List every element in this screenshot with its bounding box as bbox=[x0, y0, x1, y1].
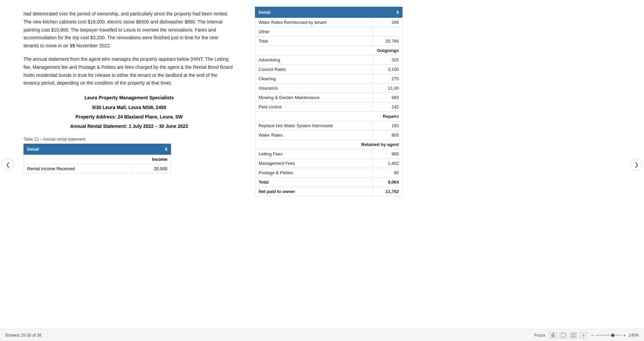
focus-label: Focus bbox=[534, 333, 545, 338]
row-detail: Total bbox=[255, 37, 373, 46]
row-detail: Insurance bbox=[255, 84, 373, 93]
view-single-icon[interactable] bbox=[559, 332, 567, 338]
zoom-slider-thumb bbox=[611, 334, 614, 337]
row-detail: Other bbox=[255, 27, 373, 37]
table-row: Other bbox=[255, 27, 402, 37]
view-icons bbox=[549, 332, 587, 338]
left-panel: had deteriorated over the period of owne… bbox=[0, 0, 255, 329]
section-label: Retained by agent bbox=[255, 140, 402, 149]
property-location: Property Address: 24 Blaxland Place, Leu… bbox=[23, 113, 235, 120]
row-value: 90 bbox=[373, 168, 402, 178]
right-col-header-amount: $ bbox=[373, 7, 402, 18]
row-value: 3,100 bbox=[373, 65, 402, 74]
col-header-amount: $ bbox=[131, 144, 171, 154]
table-row: Repairs bbox=[255, 112, 402, 121]
table-row: Mowing & Garden Maintenance660 bbox=[255, 93, 402, 102]
row-detail: Replace Hot Water System thermostat bbox=[255, 121, 373, 131]
zoom-decrease-icon[interactable]: − bbox=[591, 333, 594, 338]
zoom-increase-icon[interactable]: + bbox=[623, 333, 626, 338]
table-row: Cleaning275 bbox=[255, 74, 402, 84]
table-row: Insurance11,00 bbox=[255, 84, 402, 93]
status-bar-left: Screens 25-26 of 38 bbox=[5, 333, 41, 338]
row-detail: Postage & Petties bbox=[255, 168, 373, 178]
text-content: had deteriorated over the period of owne… bbox=[23, 10, 235, 87]
row-value: 165 bbox=[373, 121, 402, 131]
next-page-button[interactable]: ❯ bbox=[630, 158, 642, 170]
table-row: Total9,064 bbox=[255, 178, 402, 187]
status-bar-right: Focus bbox=[534, 332, 639, 338]
row-detail: Advertising bbox=[255, 55, 373, 65]
svg-point-6 bbox=[583, 335, 584, 336]
zoom-slider-container[interactable]: − + 140% bbox=[591, 333, 639, 338]
row-detail: Net paid to owner bbox=[255, 187, 373, 196]
table-row: Management Fees1,402 bbox=[255, 159, 402, 168]
table-row: Advertising325 bbox=[255, 55, 402, 65]
screens-info: Screens 25-26 of 38 bbox=[5, 333, 41, 338]
table-row: Water Rates Reimbursed by tenant266 bbox=[255, 18, 402, 27]
property-info: Leura Property Management Specialists 5/… bbox=[23, 94, 235, 130]
property-name: Leura Property Management Specialists bbox=[23, 94, 235, 101]
status-bar: Screens 25-26 of 38 Focus bbox=[0, 329, 644, 341]
zoom-slider[interactable] bbox=[595, 335, 622, 336]
row-detail: Total bbox=[255, 178, 373, 187]
table-row: Letting Fees900 bbox=[255, 149, 402, 159]
main-content: ❮ had deteriorated over the period of ow… bbox=[0, 0, 644, 329]
view-double-icon[interactable] bbox=[570, 332, 577, 338]
row-value: 9,064 bbox=[373, 178, 402, 187]
row-value: 805 bbox=[373, 131, 402, 140]
row-detail: Water Rates bbox=[255, 131, 373, 140]
table-row: Outgoings bbox=[255, 46, 402, 55]
right-col-header-detail: Detail bbox=[255, 7, 373, 18]
row-detail: Council Rates bbox=[255, 65, 373, 74]
table-caption: Table 12 – Annual rental statement bbox=[23, 137, 235, 142]
table-row: Postage & Petties90 bbox=[255, 168, 402, 178]
row-value: 20,766 bbox=[373, 37, 402, 46]
row-value: 900 bbox=[373, 149, 402, 159]
row-detail: Management Fees bbox=[255, 159, 373, 168]
paragraph-1: had deteriorated over the period of owne… bbox=[23, 10, 235, 50]
right-rental-table: Detail $ Water Rates Reimbursed by tenan… bbox=[255, 7, 402, 196]
section-label: Outgoings bbox=[255, 46, 402, 55]
left-rental-table: Detail $ IncomeRental Income Received20,… bbox=[23, 144, 171, 174]
row-value: 325 bbox=[373, 55, 402, 65]
section-label: Repairs bbox=[255, 112, 402, 121]
table-row: Replace Hot Water System thermostat165 bbox=[255, 121, 402, 131]
row-value: 266 bbox=[373, 18, 402, 27]
section-label: Income bbox=[24, 154, 171, 164]
row-value: 11,702 bbox=[373, 187, 402, 196]
chevron-left-icon: ❮ bbox=[6, 161, 10, 168]
chevron-right-icon: ❯ bbox=[634, 161, 639, 168]
table-row: Water Rates805 bbox=[255, 131, 402, 140]
print-icon[interactable] bbox=[549, 332, 557, 338]
property-address: 5/30 Leura Mall, Leura NSW, 2450 bbox=[23, 104, 235, 111]
row-detail: Mowing & Garden Maintenance bbox=[255, 93, 373, 102]
svg-rect-3 bbox=[561, 334, 565, 337]
row-value: 242 bbox=[373, 102, 402, 112]
right-panel: Detail $ Water Rates Reimbursed by tenan… bbox=[255, 0, 406, 329]
row-value: 275 bbox=[373, 74, 402, 84]
table-row: Council Rates3,100 bbox=[255, 65, 402, 74]
statement-period: Annual Rental Statement: 1 July 2022 – 3… bbox=[23, 123, 235, 130]
settings-icon[interactable] bbox=[580, 332, 587, 338]
table-header-row: Detail $ bbox=[24, 144, 171, 154]
table-row: Pest control242 bbox=[255, 102, 402, 112]
prev-page-button[interactable]: ❮ bbox=[2, 158, 14, 170]
col-header-detail: Detail bbox=[24, 144, 131, 154]
row-value: 20,500 bbox=[131, 164, 171, 173]
svg-rect-1 bbox=[552, 333, 554, 335]
table-row: Income bbox=[24, 154, 171, 164]
right-table-header-row: Detail $ bbox=[255, 7, 402, 18]
row-detail: Pest control bbox=[255, 102, 373, 112]
row-detail: Letting Fees bbox=[255, 149, 373, 159]
row-value bbox=[373, 27, 402, 37]
svg-rect-5 bbox=[574, 334, 575, 337]
table-row: Net paid to owner11,702 bbox=[255, 187, 402, 196]
row-detail: Cleaning bbox=[255, 74, 373, 84]
row-value: 1,402 bbox=[373, 159, 402, 168]
zoom-level: 140% bbox=[629, 333, 639, 338]
row-value: 660 bbox=[373, 93, 402, 102]
table-row: Rental Income Received20,500 bbox=[24, 164, 171, 173]
row-detail: Rental Income Received bbox=[24, 164, 131, 173]
table-row: Retained by agent bbox=[255, 140, 402, 149]
table-row: Total20,766 bbox=[255, 37, 402, 46]
